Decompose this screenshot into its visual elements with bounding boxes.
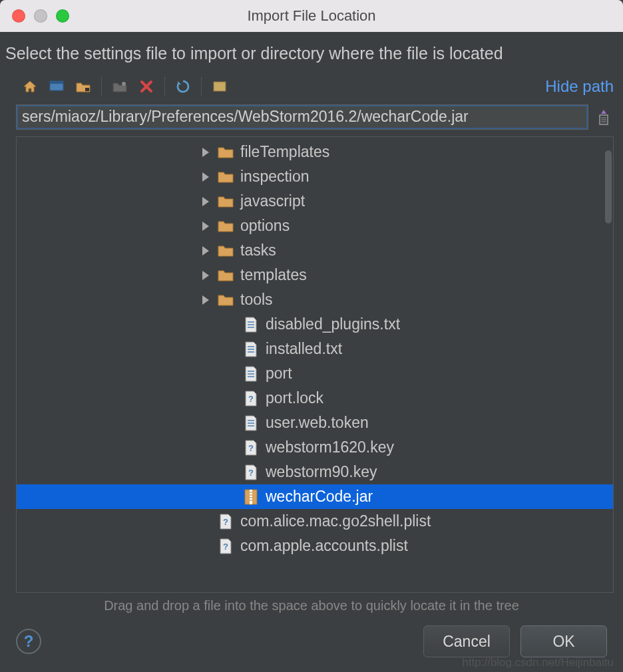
jar-icon (240, 489, 262, 505)
file-tree[interactable]: fileTemplatesinspectionjavascriptoptions… (17, 137, 613, 558)
tree-item-label: disabled_plugins.txt (266, 315, 400, 333)
tree-row[interactable]: tools (17, 287, 613, 312)
project-button[interactable] (73, 77, 93, 96)
folder-icon (215, 269, 236, 282)
folder-icon (215, 244, 236, 257)
file-icon (240, 415, 262, 431)
tree-row[interactable]: fileTemplates (17, 140, 613, 164)
tree-row[interactable]: tasks (17, 238, 613, 263)
svg-point-3 (122, 82, 126, 86)
unknown-icon: ? (240, 464, 262, 480)
expand-arrow-slot[interactable] (196, 246, 215, 255)
show-hidden-button[interactable] (210, 77, 230, 96)
chevron-right-icon (202, 148, 209, 157)
dialog-window: Import File Location Select the settings… (0, 0, 623, 672)
tree-item-label: wecharCode.jar (266, 488, 373, 506)
chevron-right-icon (202, 295, 209, 305)
new-folder-icon (112, 81, 127, 92)
tree-item-label: webstorm90.key (266, 463, 377, 481)
tree-row[interactable]: inspection (17, 164, 613, 189)
maximize-window-button[interactable] (56, 9, 69, 23)
file-icon (240, 366, 262, 382)
close-window-button[interactable] (12, 9, 25, 23)
new-folder-button[interactable] (110, 77, 130, 96)
svg-text:?: ? (248, 443, 254, 453)
unknown-icon: ? (240, 440, 262, 456)
tree-row[interactable]: wecharCode.jar (17, 484, 613, 509)
chevron-right-icon (202, 222, 209, 231)
titlebar: Import File Location (0, 0, 623, 32)
instruction-text: Select the settings file to import or di… (0, 32, 623, 71)
expand-arrow-slot[interactable] (196, 148, 215, 157)
chevron-right-icon (202, 172, 209, 182)
tree-row[interactable]: javascript (17, 189, 613, 214)
toolbar: Hide path (0, 71, 623, 102)
history-icon (597, 108, 610, 126)
tree-item-label: fileTemplates (240, 143, 329, 161)
home-button[interactable] (20, 77, 40, 96)
toolbar-separator (201, 77, 202, 96)
tree-item-label: com.alice.mac.go2shell.plist (240, 512, 431, 530)
tree-row[interactable]: installed.txt (17, 337, 613, 361)
svg-text:?: ? (248, 394, 254, 404)
expand-arrow-slot[interactable] (196, 271, 215, 280)
file-tree-container: fileTemplatesinspectionjavascriptoptions… (16, 136, 614, 593)
tree-item-label: tasks (240, 242, 276, 259)
delete-icon (140, 80, 153, 93)
minimize-window-button[interactable] (34, 9, 47, 23)
tree-item-label: com.apple.accounts.plist (240, 537, 408, 555)
expand-arrow-slot[interactable] (196, 197, 215, 206)
window-title: Import File Location (0, 7, 623, 25)
file-icon (240, 341, 262, 357)
tree-item-label: options (240, 217, 290, 235)
tree-row[interactable]: port (17, 361, 613, 386)
show-hidden-icon (212, 81, 227, 92)
hide-path-link[interactable]: Hide path (545, 77, 614, 96)
tree-item-label: templates (240, 266, 307, 284)
tree-row[interactable]: ?webstorm90.key (17, 460, 613, 484)
chevron-right-icon (202, 197, 209, 206)
svg-rect-1 (50, 81, 63, 84)
tree-row[interactable]: disabled_plugins.txt (17, 312, 613, 337)
tree-row[interactable]: templates (17, 263, 613, 287)
tree-row[interactable]: options (17, 214, 613, 238)
svg-text:?: ? (223, 542, 228, 552)
tree-row[interactable]: ?com.apple.accounts.plist (17, 534, 613, 558)
desktop-button[interactable] (47, 77, 67, 96)
unknown-icon: ? (215, 538, 236, 554)
tree-item-label: user.web.token (266, 414, 369, 432)
help-button[interactable]: ? (16, 629, 41, 654)
scroll-thumb[interactable] (605, 150, 612, 224)
tree-row[interactable]: user.web.token (17, 411, 613, 435)
desktop-icon (49, 81, 64, 92)
tree-row[interactable]: ?webstorm1620.key (17, 435, 613, 460)
svg-rect-26 (250, 490, 252, 504)
expand-arrow-slot[interactable] (196, 295, 215, 305)
expand-arrow-slot[interactable] (196, 172, 215, 182)
expand-arrow-slot[interactable] (196, 222, 215, 231)
ok-button[interactable]: OK (520, 625, 607, 657)
toolbar-separator (164, 77, 165, 96)
svg-rect-2 (85, 88, 89, 91)
refresh-icon (176, 79, 190, 94)
tree-item-label: webstorm1620.key (266, 438, 394, 456)
tree-item-label: port.lock (266, 389, 323, 407)
chevron-right-icon (202, 271, 209, 280)
scrollbar[interactable] (604, 137, 613, 592)
refresh-button[interactable] (173, 77, 193, 96)
tree-row[interactable]: ?com.alice.mac.go2shell.plist (17, 509, 613, 534)
path-input[interactable]: sers/miaoz/Library/Preferences/WebStorm2… (16, 104, 588, 130)
chevron-right-icon (202, 246, 209, 255)
folder-icon (215, 293, 236, 307)
folder-icon (215, 195, 236, 208)
history-button[interactable] (594, 106, 614, 128)
help-icon: ? (24, 632, 34, 651)
drag-drop-hint: Drag and drop a file into the space abov… (0, 593, 623, 616)
tree-item-label: port (266, 365, 292, 383)
tree-row[interactable]: ?port.lock (17, 386, 613, 411)
toolbar-separator (101, 77, 102, 96)
delete-button[interactable] (136, 77, 156, 96)
svg-text:?: ? (223, 517, 228, 527)
tree-item-label: inspection (240, 168, 310, 186)
cancel-button[interactable]: Cancel (423, 625, 510, 657)
